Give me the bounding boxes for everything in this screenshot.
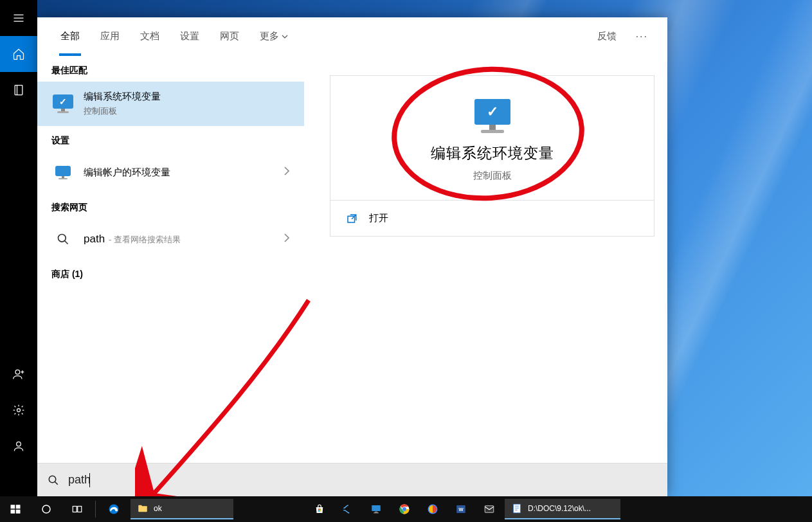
word-button[interactable]: W [447, 496, 475, 522]
preview-card: ✓ 编辑系统环境变量 控制面板 [330, 75, 654, 200]
svg-rect-9 [11, 510, 15, 514]
tab-more-label: 更多 [260, 30, 279, 42]
taskbar-notepad-window[interactable]: D:\DOC\9.12\ok\... [505, 499, 620, 519]
svg-rect-16 [320, 509, 321, 510]
task-view-button[interactable] [62, 496, 93, 522]
monitor-check-icon: ✓ [51, 93, 75, 116]
app-wind-button[interactable] [334, 496, 362, 522]
cortana-icon [41, 503, 52, 515]
notepad-window-title: D:\DOC\9.12\ok\... [528, 504, 591, 513]
home-button[interactable] [0, 36, 37, 72]
chevron-right-icon [284, 166, 290, 179]
svg-rect-15 [318, 509, 320, 510]
svg-point-3 [17, 442, 21, 446]
search-icon [48, 474, 59, 486]
svg-rect-19 [372, 505, 381, 511]
cortana-left-rail [0, 0, 37, 496]
tab-all[interactable]: 全部 [50, 17, 90, 56]
store-icon [314, 503, 325, 515]
svg-rect-28 [514, 504, 521, 513]
search-tabs-row: 全部 应用 文档 设置 网页 更多 反馈 ··· [37, 17, 667, 56]
result-subtitle: 控制面板 [84, 105, 290, 117]
chevron-right-icon [284, 233, 290, 246]
settings-button[interactable] [0, 392, 37, 428]
search-panel: 全部 应用 文档 设置 网页 更多 反馈 ··· 最佳匹配 ✓ [37, 17, 667, 496]
svg-text:W: W [458, 507, 464, 512]
result-web-search[interactable]: path- 查看网络搜索结果 [37, 219, 304, 260]
web-query-text: path [84, 233, 105, 245]
gear-icon [12, 404, 25, 417]
text-caret [89, 473, 90, 487]
tab-web[interactable]: 网页 [210, 17, 249, 56]
svg-rect-7 [11, 505, 15, 509]
svg-rect-18 [320, 510, 321, 512]
windows-icon [10, 503, 21, 515]
search-icon [51, 228, 75, 251]
preview-open-button[interactable]: 打开 [330, 200, 654, 237]
svg-rect-10 [16, 510, 21, 514]
svg-point-4 [59, 235, 66, 242]
tab-documents[interactable]: 文档 [130, 17, 170, 56]
taskbar: ok W D:\DOC\9.12\ok\... [0, 496, 812, 522]
section-settings: 设置 [37, 126, 304, 152]
svg-rect-8 [16, 505, 21, 509]
section-store: 商店 (1) [37, 260, 304, 285]
result-edit-system-env[interactable]: ✓ 编辑系统环境变量 控制面板 [37, 82, 304, 126]
more-options-button[interactable]: ··· [629, 31, 654, 42]
svg-rect-13 [78, 507, 82, 512]
svg-rect-20 [375, 512, 378, 513]
section-search-web: 搜索网页 [37, 193, 304, 219]
chrome-icon [399, 503, 410, 515]
notebook-button[interactable] [0, 72, 37, 108]
svg-rect-21 [374, 512, 379, 513]
word-icon: W [455, 503, 467, 515]
notepad-icon [511, 503, 523, 514]
edge-icon [108, 503, 120, 515]
svg-rect-27 [485, 506, 494, 513]
person-icon [12, 440, 25, 453]
preview-title: 编辑系统环境变量 [330, 143, 654, 163]
task-view-icon [71, 503, 83, 515]
search-input-value: path [68, 473, 91, 487]
taskbar-explorer-window[interactable]: ok [131, 499, 233, 519]
svg-point-23 [402, 507, 406, 511]
account-button[interactable] [0, 428, 37, 464]
svg-rect-0 [15, 86, 23, 95]
svg-rect-17 [318, 510, 320, 512]
section-best-match: 最佳匹配 [37, 56, 304, 82]
people-button[interactable] [0, 356, 37, 392]
monitor-icon [51, 161, 75, 184]
wind-icon [342, 503, 354, 515]
annotation-ellipse [387, 60, 589, 207]
preview-open-label: 打开 [369, 212, 388, 224]
person-add-icon [12, 368, 25, 381]
chevron-down-icon [282, 33, 288, 40]
app-monitor-button[interactable] [362, 496, 390, 522]
tab-more[interactable]: 更多 [249, 17, 298, 56]
svg-point-1 [15, 370, 20, 374]
app-circle-button[interactable] [419, 496, 447, 522]
home-icon [12, 48, 25, 60]
store-button[interactable] [305, 496, 334, 522]
open-icon [346, 213, 357, 224]
edge-button[interactable] [98, 496, 129, 522]
cortana-button[interactable] [31, 496, 62, 522]
tab-settings[interactable]: 设置 [170, 17, 210, 56]
search-input-row[interactable]: path [37, 463, 667, 496]
search-preview-column: ✓ 编辑系统环境变量 控制面板 打开 [304, 56, 667, 463]
svg-point-6 [49, 476, 56, 483]
folder-icon [137, 503, 149, 514]
mail-icon [483, 503, 495, 515]
chrome-button[interactable] [390, 496, 419, 522]
tab-apps[interactable]: 应用 [90, 17, 130, 56]
start-button[interactable] [0, 496, 31, 522]
menu-button[interactable] [0, 0, 37, 36]
result-edit-account-env[interactable]: 编辑帐户的环境变量 [37, 152, 304, 193]
mail-button[interactable] [475, 496, 503, 522]
feedback-link[interactable]: 反馈 [591, 30, 623, 42]
monitor-icon [370, 503, 382, 515]
explorer-window-title: ok [154, 504, 162, 513]
result-title: 编辑系统环境变量 [84, 91, 290, 103]
web-hint-text: - 查看网络搜索结果 [109, 235, 181, 244]
taskbar-divider [95, 501, 96, 518]
